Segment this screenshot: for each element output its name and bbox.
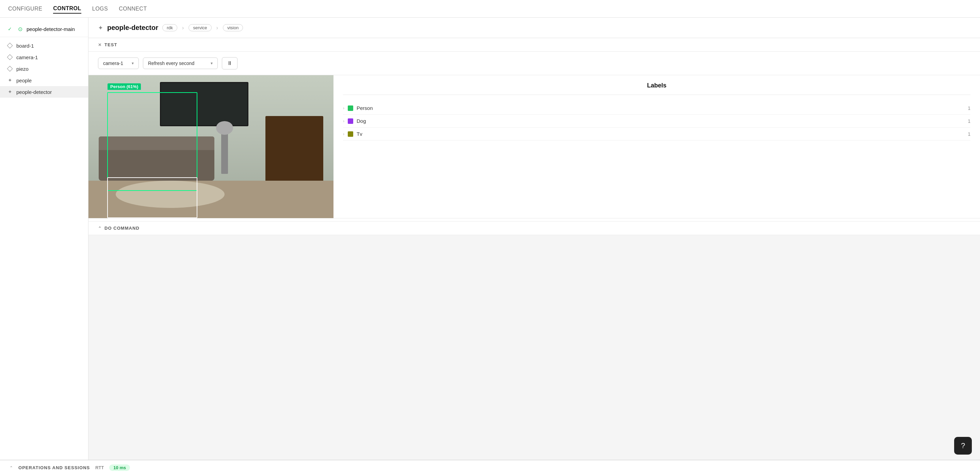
sidebar-main-item[interactable]: ✓ ⊙ people-detector-main — [0, 23, 88, 37]
labels-title: Labels — [343, 82, 970, 95]
chevron-right-icon: › — [343, 106, 344, 111]
label-row-tv[interactable]: › Tv 1 — [343, 128, 970, 141]
nav-control[interactable]: CONTROL — [53, 4, 81, 14]
chevron-down-icon: ▾ — [132, 61, 134, 66]
tag-arrow-1: › — [182, 25, 184, 31]
test-section: ✕ TEST camera-1 ▾ Refresh every second ▾… — [89, 38, 980, 235]
label-count-tv: 1 — [968, 131, 970, 137]
label-color-dog — [348, 118, 353, 124]
pause-button[interactable]: ⏸ — [222, 57, 237, 70]
test-section-header[interactable]: ✕ TEST — [89, 38, 980, 52]
tag-arrow-2: › — [216, 25, 218, 31]
sidebar-label-people-detector: people-detector — [16, 89, 52, 95]
sidebar-item-piezo[interactable]: piezo — [0, 63, 88, 75]
test-header-label: TEST — [105, 42, 117, 47]
component-header: ✦ people-detector rdk › service › vision — [89, 18, 980, 38]
check-mark: ✓ — [7, 26, 13, 32]
sidebar-label-people: people — [16, 78, 32, 83]
label-count-person: 1 — [968, 105, 970, 111]
label-row-person[interactable]: › Person 1 — [343, 102, 970, 115]
expand-icon: ⌃ — [98, 226, 102, 231]
label-color-person — [348, 105, 353, 111]
sidebar-main-label: people-detector-main — [27, 26, 75, 32]
refresh-select[interactable]: Refresh every second ▾ — [143, 57, 218, 69]
do-command-header[interactable]: ⌃ DO COMMAND — [89, 221, 980, 235]
collapse-icon: ✕ — [98, 43, 102, 47]
sidebar-label-camera-1: camera-1 — [16, 54, 38, 60]
label-name-tv: Tv — [356, 131, 964, 137]
do-command-section: ⌃ DO COMMAND — [89, 221, 980, 235]
do-command-label: DO COMMAND — [105, 226, 140, 231]
label-name-person: Person — [356, 105, 964, 111]
camera-image: Person (61%) — [89, 75, 334, 218]
chevron-right-icon: › — [343, 132, 344, 137]
diamond-icon — [7, 43, 13, 49]
test-controls: camera-1 ▾ Refresh every second ▾ ⏸ — [89, 52, 980, 75]
sidebar-label-board-1: board-1 — [16, 43, 34, 49]
nav-logs[interactable]: LOGS — [92, 5, 108, 13]
sidebar-label-piezo: piezo — [16, 66, 29, 72]
rtt-badge: 10 ms — [109, 464, 130, 471]
diamond-icon — [7, 54, 13, 60]
help-button[interactable]: ? — [954, 437, 972, 454]
label-count-dog: 1 — [968, 118, 970, 124]
tag-vision[interactable]: vision — [223, 24, 243, 31]
sidebar-item-people-detector[interactable]: ✦ people-detector — [0, 86, 88, 98]
tag-rdk[interactable]: rdk — [162, 24, 177, 31]
ops-expand-icon[interactable]: ⌃ — [10, 465, 13, 470]
component-title: people-detector — [107, 24, 158, 32]
label-name-dog: Dog — [356, 118, 964, 124]
camera-feed: Person (61%) — [89, 75, 334, 218]
content-area: ✦ people-detector rdk › service › vision… — [89, 18, 980, 475]
person-detection-label: Person (61%) — [108, 83, 141, 90]
label-color-tv — [348, 131, 353, 137]
tag-service[interactable]: service — [189, 24, 211, 31]
operations-bar: ⌃ OPERATIONS AND SESSIONS RTT 10 ms — [0, 460, 980, 475]
nav-connect[interactable]: CONNECT — [119, 5, 147, 13]
question-mark-icon: ? — [961, 441, 965, 450]
sidebar-item-people[interactable]: ✦ people — [0, 75, 88, 86]
label-row-dog[interactable]: › Dog 1 — [343, 115, 970, 128]
sidebar-item-board-1[interactable]: board-1 — [0, 40, 88, 51]
camera-select[interactable]: camera-1 ▾ — [98, 57, 139, 69]
labels-panel: Labels › Person 1 › Dog 1 › — [334, 75, 980, 218]
star-icon: ✦ — [7, 89, 13, 95]
wifi-icon: ⊙ — [17, 26, 23, 32]
vision-area: Person (61%) Labels › Person 1 — [89, 75, 980, 218]
person-detection-box: Person (61%) — [107, 92, 197, 191]
star-icon: ✦ — [7, 77, 13, 83]
nav-configure[interactable]: CONFIGURE — [8, 5, 42, 13]
refresh-select-value: Refresh every second — [148, 60, 194, 66]
chevron-right-icon: › — [343, 119, 344, 124]
sidebar: ✓ ⊙ people-detector-main board-1 camera-… — [0, 18, 89, 475]
dog-detection-box — [107, 177, 197, 218]
ops-header-label: OPERATIONS AND SESSIONS — [18, 465, 90, 470]
rtt-label: RTT — [95, 465, 104, 470]
top-nav: CONFIGURE CONTROL LOGS CONNECT — [0, 0, 980, 18]
camera-select-value: camera-1 — [103, 60, 123, 66]
diamond-icon — [7, 66, 13, 72]
chevron-down-icon: ▾ — [211, 61, 213, 66]
component-star-icon: ✦ — [98, 24, 103, 32]
sidebar-item-camera-1[interactable]: camera-1 — [0, 51, 88, 63]
